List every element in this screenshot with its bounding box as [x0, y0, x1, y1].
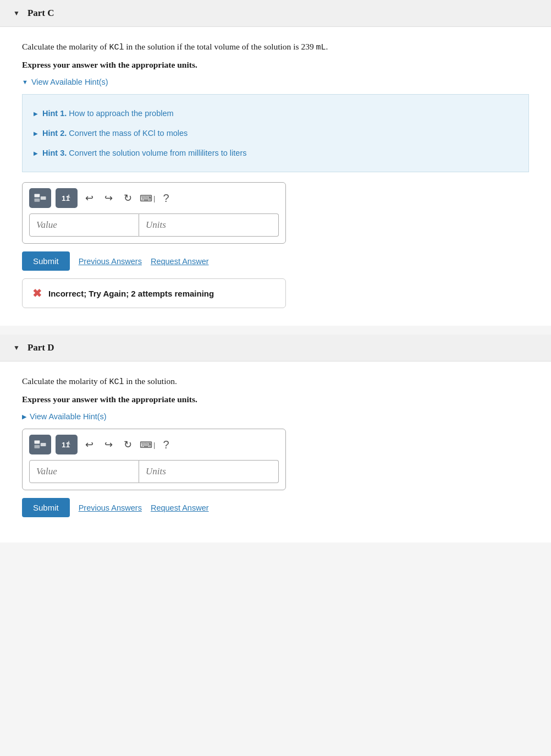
hint-c-3-label: Hint 3.	[42, 149, 67, 157]
answer-widget-d: 11 Å ↩ ↪ ↻ ⌨ | ?	[22, 429, 286, 490]
hints-box-c: ▶ Hint 1. How to approach the problem ▶ …	[22, 94, 529, 172]
help-btn-c[interactable]: ?	[159, 190, 172, 207]
hint-c-2-label: Hint 2.	[42, 129, 67, 138]
hint-c-1[interactable]: ▶ Hint 1. How to approach the problem	[34, 103, 517, 123]
part-d-body: Calculate the molarity of KCl in the sol…	[0, 361, 551, 543]
part-d-title: Part D	[27, 342, 54, 353]
hint-c-3[interactable]: ▶ Hint 3. Convert the solution volume fr…	[34, 143, 517, 163]
part-c-header: ▼ Part C	[0, 0, 551, 27]
keyboard-btn-c[interactable]: ⌨ |	[140, 193, 155, 204]
refresh-btn-d[interactable]: ↻	[120, 436, 135, 453]
svg-rect-0	[35, 194, 40, 198]
previous-answers-c[interactable]: Previous Answers	[79, 257, 142, 266]
request-answer-d[interactable]: Request Answer	[151, 503, 209, 512]
hint-c-1-text: How to approach the problem	[69, 109, 173, 118]
svg-rect-7	[41, 443, 46, 446]
view-hints-c-btn[interactable]: ▼ View Available Hint(s)	[22, 78, 529, 86]
separator	[0, 330, 551, 335]
part-c-collapse-arrow[interactable]: ▼	[13, 9, 20, 18]
hint-c-2-arrow: ▶	[34, 130, 38, 136]
hint-c-2[interactable]: ▶ Hint 2. Convert the mass of KCl to mol…	[34, 123, 517, 143]
redo-btn-c[interactable]: ↪	[101, 190, 116, 206]
view-hints-c-label: View Available Hint(s)	[31, 78, 108, 86]
keyboard-icon-d: ⌨	[140, 440, 152, 450]
svg-rect-2	[41, 196, 46, 200]
part-d-collapse-arrow[interactable]: ▼	[13, 344, 20, 352]
keyboard-pipe-c: |	[153, 194, 155, 202]
part-c-question: Calculate the molarity of KCl in the sol…	[22, 40, 529, 54]
part-d-question: Calculate the molarity of KCl in the sol…	[22, 375, 529, 389]
svg-rect-6	[35, 445, 40, 448]
feedback-box-c: ✖ Incorrect; Try Again; 2 attempts remai…	[22, 278, 286, 308]
svg-text:Å: Å	[68, 194, 70, 199]
hints-arrow-down-c: ▼	[22, 79, 28, 85]
submit-btn-c[interactable]: Submit	[22, 251, 70, 271]
svg-rect-1	[35, 199, 40, 202]
part-c-section: ▼ Part C Calculate the molarity of KCl i…	[0, 0, 551, 326]
action-row-c: Submit Previous Answers Request Answer	[22, 251, 529, 271]
submit-btn-d[interactable]: Submit	[22, 498, 70, 517]
svg-text:Å: Å	[68, 441, 70, 446]
view-hints-d-label: View Available Hint(s)	[30, 412, 107, 421]
hint-c-3-arrow: ▶	[34, 150, 38, 156]
math-toolbar-btn-d-2[interactable]: 11 Å	[56, 435, 78, 454]
part-d-section: ▼ Part D Calculate the molarity of KCl i…	[0, 335, 551, 543]
part-c-express: Express your answer with the appropriate…	[22, 60, 529, 70]
previous-answers-d[interactable]: Previous Answers	[79, 503, 142, 512]
feedback-text-c: Incorrect; Try Again; 2 attempts remaini…	[48, 289, 214, 298]
refresh-btn-c[interactable]: ↻	[120, 190, 135, 206]
undo-btn-c[interactable]: ↩	[82, 190, 97, 206]
value-input-d[interactable]	[29, 460, 139, 483]
request-answer-c[interactable]: Request Answer	[151, 257, 209, 266]
hint-c-1-label: Hint 1.	[42, 109, 67, 118]
redo-btn-d[interactable]: ↪	[101, 436, 116, 453]
input-row-d	[29, 460, 279, 483]
math-toolbar-btn-c-2[interactable]: 11 Å	[56, 188, 78, 208]
units-input-d[interactable]	[139, 460, 279, 483]
undo-btn-d[interactable]: ↩	[82, 436, 97, 453]
answer-widget-c: 11 Å ↩ ↪ ↻ ⌨ | ?	[22, 182, 286, 244]
volume-unit-c: mL	[316, 43, 326, 52]
part-c-body: Calculate the molarity of KCl in the sol…	[0, 27, 551, 326]
view-hints-d-btn[interactable]: ▶ View Available Hint(s)	[22, 412, 529, 421]
widget-toolbar-d: 11 Å ↩ ↪ ↻ ⌨ | ?	[29, 435, 279, 454]
hint-c-3-text: Convert the solution volume from millili…	[69, 149, 246, 157]
widget-toolbar-c: 11 Å ↩ ↪ ↻ ⌨ | ?	[29, 188, 279, 208]
math-toolbar-btn-c-1[interactable]	[29, 188, 51, 208]
hints-arrow-right-d: ▶	[22, 413, 26, 420]
svg-rect-5	[35, 441, 40, 444]
math-toolbar-btn-d-1[interactable]	[29, 435, 51, 454]
hint-c-2-text: Convert the mass of KCl to moles	[69, 129, 188, 138]
x-icon-c: ✖	[32, 287, 42, 300]
part-d-header: ▼ Part D	[0, 335, 551, 361]
input-row-c	[29, 213, 279, 237]
chemical-kcl-d: KCl	[109, 377, 124, 387]
units-input-c[interactable]	[139, 213, 279, 237]
keyboard-pipe-d: |	[153, 441, 155, 449]
chemical-kcl-c: KCl	[109, 43, 124, 52]
action-row-d: Submit Previous Answers Request Answer	[22, 498, 529, 517]
keyboard-icon-c: ⌨	[140, 193, 152, 204]
part-d-express: Express your answer with the appropriate…	[22, 395, 529, 404]
keyboard-btn-d[interactable]: ⌨ |	[140, 440, 155, 450]
part-c-title: Part C	[27, 8, 54, 19]
hint-c-1-arrow: ▶	[34, 111, 38, 117]
value-input-c[interactable]	[29, 213, 139, 237]
help-btn-d[interactable]: ?	[159, 436, 172, 453]
